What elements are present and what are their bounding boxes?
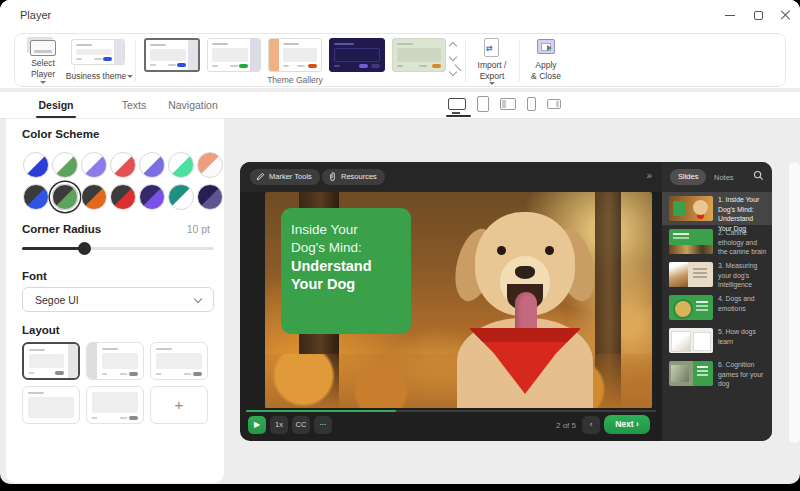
layout-art bbox=[156, 348, 172, 350]
apply-close-button[interactable]: Apply & Close bbox=[521, 34, 571, 88]
phone-portrait-icon[interactable] bbox=[527, 97, 536, 111]
playback-progress-bar[interactable] bbox=[246, 410, 656, 412]
color-swatch[interactable] bbox=[23, 184, 49, 210]
close-button[interactable] bbox=[772, 0, 800, 30]
color-swatch[interactable] bbox=[110, 152, 136, 178]
slide-thumbnail bbox=[669, 196, 713, 221]
phone-landscape-icon[interactable] bbox=[547, 99, 561, 109]
tab-design[interactable]: Design bbox=[6, 92, 106, 118]
gallery-scroll-up-icon[interactable] bbox=[449, 42, 457, 50]
maximize-button[interactable] bbox=[744, 0, 772, 30]
slide-title-line: Dog's Mind: bbox=[291, 239, 401, 257]
tab-navigation[interactable]: Navigation bbox=[162, 92, 224, 118]
layout-option-no-sidebar[interactable] bbox=[150, 342, 208, 380]
thumb-header bbox=[212, 43, 228, 45]
thumb-accent-pill bbox=[177, 63, 186, 67]
color-swatch[interactable] bbox=[81, 152, 107, 178]
thumb-header bbox=[150, 44, 166, 46]
desktop-icon[interactable] bbox=[448, 98, 466, 110]
color-swatch[interactable] bbox=[81, 184, 107, 210]
ribbon-separator bbox=[465, 40, 466, 82]
color-swatch[interactable] bbox=[139, 184, 165, 210]
theme-thumbnail[interactable] bbox=[329, 38, 385, 72]
slider-thumb[interactable] bbox=[78, 242, 91, 255]
search-icon[interactable] bbox=[753, 170, 764, 181]
color-swatch[interactable] bbox=[139, 152, 165, 178]
color-swatch[interactable] bbox=[110, 184, 136, 210]
previous-slide-button[interactable]: ‹ bbox=[582, 416, 600, 434]
slide-label: 3. Measuring your dog's intelligence bbox=[718, 261, 768, 290]
marker-tools-button[interactable]: Marker Tools bbox=[250, 169, 320, 185]
thumb-content bbox=[397, 48, 441, 62]
import-export-button[interactable]: ⇄ Import / Export bbox=[467, 34, 517, 88]
playback-speed-button[interactable]: 1x bbox=[270, 416, 288, 434]
tablet-portrait-icon[interactable] bbox=[477, 96, 489, 112]
business-theme-label: Business theme bbox=[61, 71, 131, 82]
sidebar-tab-slides[interactable]: Slides bbox=[670, 169, 706, 185]
more-options-button[interactable]: ⋯ bbox=[314, 416, 332, 434]
layout-add-button[interactable]: + bbox=[150, 386, 208, 424]
minimize-icon bbox=[725, 15, 735, 16]
layout-art bbox=[102, 353, 138, 369]
layout-art bbox=[129, 372, 138, 376]
slide-title-line: Inside Your bbox=[291, 221, 401, 239]
thumb-accent-pill bbox=[432, 64, 441, 68]
tab-texts[interactable]: Texts bbox=[106, 92, 162, 118]
slide-list-item[interactable]: 1. Inside Your Dog's Mind: Understand Yo… bbox=[662, 192, 772, 225]
collapse-sidebar-icon[interactable]: » bbox=[646, 170, 652, 181]
font-value: Segoe UI bbox=[35, 294, 79, 306]
player-window: Player Select Player Business theme bbox=[0, 0, 800, 484]
theme-thumbnail[interactable] bbox=[207, 38, 261, 72]
theme-thumbnail-selected[interactable] bbox=[144, 38, 200, 72]
next-slide-button[interactable]: Next › bbox=[604, 415, 650, 434]
gallery-scroll-down-icon[interactable] bbox=[449, 53, 457, 61]
slide-list-item[interactable]: 5. How dogs learn bbox=[662, 324, 772, 357]
slide-list-item[interactable]: 3. Measuring your dog's intelligence bbox=[662, 258, 772, 291]
color-swatch[interactable] bbox=[52, 152, 78, 178]
color-swatch-selected[interactable] bbox=[52, 184, 78, 210]
layout-option-sidebar-right-selected[interactable] bbox=[22, 342, 80, 380]
layout-option-title-only[interactable] bbox=[22, 386, 80, 424]
layout-art bbox=[92, 417, 97, 420]
thumb-accent-pill bbox=[371, 64, 380, 68]
slide-thumbnail bbox=[669, 262, 713, 287]
ribbon: Select Player Business theme bbox=[14, 33, 786, 87]
business-theme-thumbnail bbox=[71, 39, 125, 65]
theme-thumbnail[interactable] bbox=[392, 38, 446, 72]
sidebar-tab-notes[interactable]: Notes bbox=[714, 173, 734, 182]
layout-art bbox=[29, 354, 64, 368]
thumb-content bbox=[283, 48, 317, 62]
slide-list-item[interactable]: 6. Cognition games for your dog bbox=[662, 357, 772, 390]
slide-list-item[interactable]: 2. Canine ethology and the canine brain bbox=[662, 225, 772, 258]
layout-art bbox=[129, 416, 138, 420]
business-theme-caret-icon bbox=[127, 75, 133, 78]
vertical-scrollbar[interactable] bbox=[789, 162, 800, 443]
layout-art bbox=[28, 397, 74, 418]
theme-thumbnail[interactable] bbox=[268, 38, 322, 72]
layout-option-controls-only[interactable] bbox=[86, 386, 144, 424]
maximize-icon bbox=[754, 11, 763, 20]
thumb-header bbox=[397, 43, 413, 45]
resources-button[interactable]: Resources bbox=[322, 169, 385, 185]
thumb-footer bbox=[168, 64, 176, 67]
import-export-caret-icon bbox=[489, 82, 495, 85]
gallery-expand-icon[interactable] bbox=[449, 68, 457, 76]
color-swatch[interactable] bbox=[168, 152, 194, 178]
thumb-footer bbox=[94, 58, 102, 61]
color-swatch[interactable] bbox=[197, 152, 223, 178]
layout-option-sidebar-left[interactable] bbox=[86, 342, 144, 380]
minimize-button[interactable] bbox=[716, 0, 744, 30]
slide-canvas: Inside Your Dog's Mind: Understand Your … bbox=[265, 192, 652, 408]
business-theme-selector[interactable]: Business theme bbox=[67, 34, 131, 88]
thumb-footer bbox=[76, 58, 82, 61]
font-select[interactable]: Segoe UI bbox=[22, 287, 214, 312]
captions-button[interactable]: CC bbox=[292, 416, 310, 434]
slide-thumbnail bbox=[669, 361, 713, 386]
slide-list-item[interactable]: 4. Dogs and emotions bbox=[662, 291, 772, 324]
color-swatch[interactable] bbox=[168, 184, 194, 210]
play-button[interactable]: ▶ bbox=[248, 416, 266, 434]
color-swatch[interactable] bbox=[23, 152, 49, 178]
color-swatch[interactable] bbox=[197, 184, 223, 210]
corner-radius-slider[interactable] bbox=[22, 247, 214, 250]
tablet-landscape-icon[interactable] bbox=[500, 98, 516, 110]
